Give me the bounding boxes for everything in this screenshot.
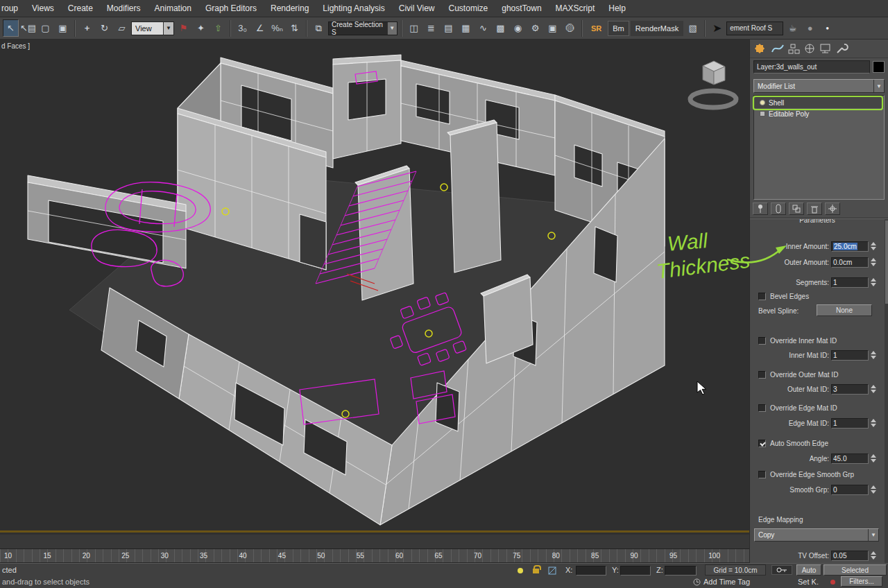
layer-manager-icon[interactable]: ▤	[441, 19, 456, 37]
bevel-edges-checkbox[interactable]	[758, 293, 766, 300]
use-pivot-center-icon[interactable]: ✦	[193, 19, 209, 37]
named-selection-set-dropdown[interactable]: Create Selection S▼	[328, 21, 398, 35]
teapot-render-icon[interactable]: ☕︎	[785, 19, 801, 37]
select-object-icon[interactable]: ↖	[3, 19, 19, 37]
menu-customize[interactable]: Customize	[442, 3, 495, 13]
menu-graph-editors[interactable]: Graph Editors	[198, 3, 264, 13]
chevron-down-icon[interactable]: ▼	[163, 22, 173, 35]
material-editor-icon[interactable]: ◉	[510, 19, 526, 37]
menu-ghosttown[interactable]: ghostTown	[495, 3, 548, 13]
modify-tab-icon[interactable]	[772, 45, 783, 52]
flag-icon[interactable]: ⚑	[176, 19, 191, 37]
auto-smooth-checkbox[interactable]	[758, 440, 766, 447]
transform-gizmo-icon[interactable]	[547, 566, 558, 576]
menu-rendering[interactable]: Rendering	[264, 3, 316, 13]
override-edge-checkbox[interactable]	[758, 404, 766, 412]
utilities-tab-icon[interactable]	[837, 44, 848, 53]
chevron-down-icon[interactable]: ▼	[873, 80, 884, 92]
time-ruler[interactable]: 1015 2025 3035 4045 5055 6065 7075 8085 …	[0, 549, 749, 563]
key-filters-button[interactable]: Filters...	[841, 576, 882, 587]
window-crossing-icon[interactable]: ▣	[55, 19, 71, 37]
lock-selection-icon[interactable]	[530, 564, 541, 574]
menu-modifiers[interactable]: Modifiers	[100, 3, 148, 13]
stack-item-editable-poly[interactable]: Editable Poly	[754, 108, 884, 119]
menu-lighting-analysis[interactable]: Lighting Analysis	[316, 3, 391, 13]
menu-views[interactable]: Views	[25, 3, 61, 13]
configure-modifier-sets-icon[interactable]	[825, 202, 840, 215]
inner-mat-field[interactable]: 1	[831, 350, 869, 361]
tv-offset-spinner[interactable]	[871, 551, 876, 560]
angle-snap-icon[interactable]: ∠	[252, 19, 268, 37]
curve-editor-icon[interactable]: ∿	[475, 19, 491, 37]
chevron-down-icon[interactable]: ▼	[868, 529, 878, 541]
angle-field[interactable]: 45.0	[831, 453, 869, 464]
override-smooth-checkbox[interactable]	[758, 471, 766, 478]
rectangular-selection-region-icon[interactable]: ▢	[37, 19, 53, 37]
override-outer-checkbox[interactable]	[758, 371, 766, 379]
rollout-title[interactable]: Parameters	[750, 219, 885, 225]
perspective-viewport[interactable]: d Faces ]	[0, 40, 749, 533]
smooth-grp-field[interactable]: 0	[831, 485, 869, 495]
edit-named-selection-sets-icon[interactable]: ⧉	[311, 19, 327, 37]
select-and-manipulate-icon[interactable]: ⇧	[210, 19, 226, 37]
hierarchy-tab-icon[interactable]	[789, 44, 799, 53]
menu-maxscript[interactable]: MAXScript	[549, 3, 602, 13]
set-key-icon[interactable]	[771, 565, 792, 575]
segments-spinner[interactable]	[871, 278, 876, 286]
x-coordinate-field[interactable]	[576, 566, 606, 576]
selected-set-button[interactable]: Selected	[823, 564, 887, 576]
z-coordinate-field[interactable]	[665, 566, 697, 576]
rollout-scrollbar[interactable]	[885, 219, 888, 563]
rendermask-button[interactable]: RenderMask	[631, 21, 683, 36]
override-inner-checkbox[interactable]	[758, 337, 766, 345]
modifier-list-dropdown[interactable]: Modifier List ▼	[753, 79, 885, 93]
auto-key-button[interactable]: Auto	[796, 564, 821, 576]
sr-button[interactable]: SR	[586, 21, 606, 36]
graphite-ribbon-icon[interactable]: ▦	[458, 19, 474, 37]
pin-stack-icon[interactable]	[753, 202, 768, 215]
stack-item-shell[interactable]: Shell	[754, 97, 884, 108]
add-time-tag[interactable]: Add Time Tag	[703, 578, 750, 586]
motion-tab-icon[interactable]	[805, 44, 814, 53]
select-and-rotate-icon[interactable]: ↻	[96, 19, 112, 37]
menu-animation[interactable]: Animation	[148, 3, 198, 13]
edge-mat-field[interactable]: 1	[831, 418, 869, 429]
edge-mapping-dropdown[interactable]: Copy ▼	[754, 528, 879, 542]
menu-group[interactable]: roup	[0, 3, 25, 13]
bevel-spline-button[interactable]: None	[817, 304, 872, 316]
render-setup-icon[interactable]: ⚙	[527, 19, 543, 37]
keyframe-red-icon[interactable]	[827, 577, 838, 587]
inner-amount-field[interactable]: 25.0cm	[831, 241, 869, 252]
viewport-label[interactable]: d Faces ]	[1, 42, 30, 50]
outer-mat-spinner[interactable]	[871, 385, 876, 393]
angle-spinner[interactable]	[871, 454, 876, 462]
roof-preset-dropdown[interactable]: ement Roof S	[726, 21, 783, 35]
snap-toggle-3d-icon[interactable]: 3₀	[234, 19, 250, 37]
tv-offset-field[interactable]: 0.05	[831, 551, 869, 561]
mirror-icon[interactable]: ◫	[406, 19, 422, 37]
viewcube[interactable]	[690, 61, 736, 107]
smooth-grp-spinner[interactable]	[871, 485, 876, 494]
object-color-swatch[interactable]	[873, 61, 885, 73]
spinner-snap-icon[interactable]: ⇅	[287, 19, 302, 37]
edge-mat-spinner[interactable]	[871, 419, 876, 427]
schematic-view-icon[interactable]: ▩	[493, 19, 509, 37]
outer-amount-spinner[interactable]	[871, 258, 876, 266]
align-icon[interactable]: ≣	[423, 19, 439, 37]
inner-mat-spinner[interactable]	[871, 351, 876, 359]
lightbulb-icon[interactable]	[760, 100, 765, 105]
percent-snap-icon[interactable]: %ₙ	[269, 19, 285, 37]
show-end-result-icon[interactable]	[771, 202, 786, 215]
reference-coordsys-dropdown[interactable]: View▼	[131, 21, 174, 35]
viewport-canvas[interactable]	[0, 40, 749, 533]
make-unique-icon[interactable]	[789, 202, 804, 215]
select-and-scale-icon[interactable]: ▱	[114, 19, 130, 37]
remove-modifier-icon[interactable]	[807, 202, 822, 215]
inner-amount-spinner[interactable]	[871, 242, 876, 250]
script-icon[interactable]: ▧	[685, 19, 701, 37]
select-and-move-icon[interactable]: +	[79, 19, 95, 37]
lightbulb-icon[interactable]	[515, 566, 526, 576]
select-by-name-icon[interactable]: ↖▤	[20, 19, 36, 37]
set-key-text[interactable]: Set K.	[798, 578, 819, 586]
menu-civil-view[interactable]: Civil View	[392, 3, 442, 13]
